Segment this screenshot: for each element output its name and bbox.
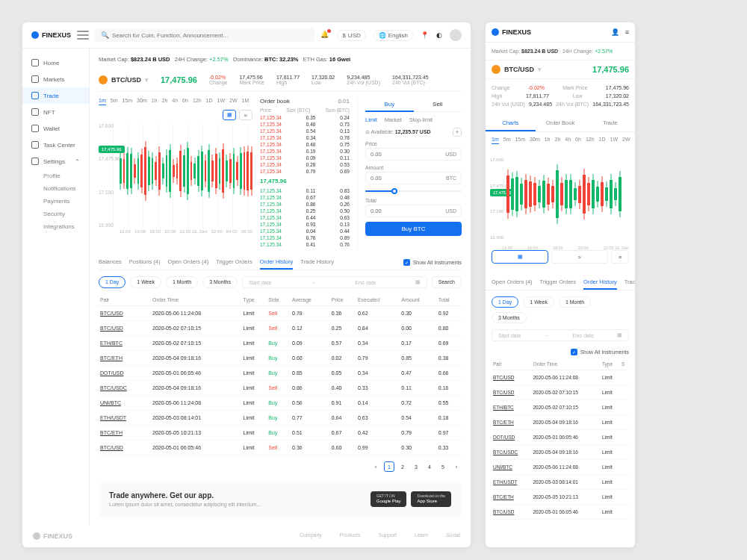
theme-icon[interactable]: ◐ [436, 31, 442, 39]
show-all-checkbox[interactable]: ✓Show All Instruments [403, 255, 462, 270]
table-row[interactable]: ETH/USDT2020-05-03 08:14:01LimitBuy0.770… [99, 411, 462, 426]
page-5[interactable]: 5 [438, 461, 448, 472]
sidebar-sub-payments[interactable]: Payments [22, 195, 89, 208]
filter-3-months[interactable]: 3 Months [492, 312, 527, 323]
orderbook-ask-row[interactable]: 17,125.340.090.11 [260, 155, 350, 161]
tab-balances[interactable]: Balances [99, 255, 122, 270]
timeframe-1M[interactable]: 1M [242, 98, 249, 105]
timeframe-15m[interactable]: 15m [122, 98, 132, 105]
candlestick-chart[interactable]: 17.60017.475.9617.10016.900 17,475.96 [99, 123, 252, 228]
col-price[interactable]: Price [330, 294, 356, 306]
tab-trigger-orders[interactable]: Trigger Orders [216, 255, 252, 270]
sidebar-item-wallet[interactable]: Wallet [22, 120, 89, 137]
google-play-button[interactable]: GET IT ONGoogle Play [371, 491, 407, 506]
tab-trade-history[interactable]: Trade History [300, 255, 334, 270]
timeframe-1m[interactable]: 1m [99, 98, 106, 105]
line-chart-icon[interactable]: ≈ [551, 250, 608, 264]
timeframe-1h[interactable]: 1h [545, 137, 551, 144]
page-4[interactable]: 4 [424, 461, 435, 472]
candle-chart-icon[interactable]: ▦ [223, 110, 236, 120]
tab-limit[interactable]: Limit [365, 116, 377, 123]
table-row[interactable]: BTC/USD2020-05-02 07:10:15LimitSell0.120… [99, 321, 462, 336]
table-row[interactable]: BTC/USD2020-05-02 07:10:15Limit [492, 385, 629, 400]
timeframe-12h[interactable]: 12h [586, 137, 595, 144]
buy-button[interactable]: Buy BTC [365, 222, 462, 236]
filter-1-week[interactable]: 1 Week [130, 276, 161, 288]
timeframe-4h[interactable]: 4h [172, 98, 178, 105]
sidebar-sub-integrations[interactable]: Integrations [22, 220, 89, 233]
language-selector[interactable]: 🌐 English [374, 30, 413, 41]
tab-order-history[interactable]: Order History [260, 255, 294, 270]
prev-page[interactable]: ‹ [371, 461, 381, 472]
table-row[interactable]: BTC/USDC2020-05-04 09:18:16Limit [492, 445, 629, 460]
tab-trade[interactable]: Trade [585, 116, 635, 131]
tab-trigger-orders[interactable]: Trigger Orders [540, 276, 576, 290]
timeframe-1W[interactable]: 1W [610, 137, 619, 144]
table-row[interactable]: ETH/BTC2020-05-02 07:10:15LimitBuy0.090.… [99, 336, 462, 351]
page-1[interactable]: 1 [384, 461, 394, 472]
orderbook-ask-row[interactable]: 17,125.340.480.75 [260, 141, 350, 148]
orderbook-ask-row[interactable]: 17,125.340.340.78 [260, 134, 350, 141]
filter-1-day[interactable]: 1 Day [492, 296, 518, 308]
col-executed[interactable]: Executed [356, 294, 400, 306]
sidebar-item-task-center[interactable]: Task Center [22, 137, 89, 153]
col-type[interactable]: Type [242, 294, 267, 306]
table-row[interactable]: BTC/ETH2020-05-05 10:21:13Limit [492, 490, 629, 505]
timeframe-30m[interactable]: 30m [137, 98, 147, 105]
tab-market[interactable]: Market [385, 116, 402, 123]
orderbook-ask-row[interactable]: 17,125.340.280.53 [260, 161, 350, 168]
avatar[interactable] [450, 29, 462, 41]
timeframe-5m[interactable]: 5m [503, 137, 511, 144]
currency-selector[interactable]: $ USD [337, 30, 365, 41]
tab-sell[interactable]: Sell [414, 98, 462, 112]
filter-1-month[interactable]: 1 Month [166, 276, 198, 288]
timeframe-2h[interactable]: 2h [555, 137, 561, 144]
col-average[interactable]: Average [291, 294, 330, 306]
tab-trade-history[interactable]: Trade History [624, 276, 635, 290]
table-row[interactable]: ETH/USDT2020-05-03 08:14:01Limit [492, 475, 629, 490]
sidebar-sub-security[interactable]: Security [22, 208, 89, 220]
orderbook-bid-row[interactable]: 17,125.340.040.44 [260, 228, 350, 234]
notification-icon[interactable]: 🔔 [320, 31, 329, 40]
table-row[interactable]: BTC/USD2020-05-06 11:24:08LimitSell0.780… [99, 306, 462, 321]
page-3[interactable]: 3 [411, 461, 421, 472]
tab-open-orders--4-[interactable]: Open Orders (4) [492, 276, 533, 290]
orderbook-bid-row[interactable]: 17,125.340.440.63 [260, 214, 350, 221]
sidebar-item-settings[interactable]: Settings⌃ [22, 153, 89, 169]
timeframe-30m[interactable]: 30m [530, 137, 540, 144]
timeframe-1D[interactable]: 1D [206, 98, 213, 105]
user-icon[interactable]: 👤 [611, 28, 619, 36]
menu-icon[interactable]: ≡ [625, 28, 629, 36]
table-row[interactable]: BTC/USD2020-05-06 11:24:08Limit [492, 370, 629, 385]
menu-icon[interactable] [77, 31, 89, 40]
orderbook-bid-row[interactable]: 17,125.340.250.50 [260, 208, 350, 214]
total-input[interactable]: USD [365, 205, 462, 217]
options-icon[interactable]: ≡ [611, 250, 629, 264]
sidebar-item-markets[interactable]: Markets [22, 71, 89, 87]
sidebar-sub-profile[interactable]: Profile [22, 169, 89, 182]
filter-1-day[interactable]: 1 Day [99, 276, 125, 288]
orderbook-ask-row[interactable]: 17,125.340.540.13 [260, 128, 350, 134]
mobile-show-all[interactable]: ✓Show All Instruments [565, 346, 635, 358]
tab-open-orders--4-[interactable]: Open Orders (4) [168, 255, 209, 270]
orderbook-ask-row[interactable]: 17,125.340.790.69 [260, 168, 350, 175]
amount-slider[interactable] [365, 190, 462, 192]
pair-selector[interactable]: BTC/USD▾ [99, 75, 149, 84]
tab-stop-limit[interactable]: Stop-limit [409, 116, 433, 123]
footer-link-support[interactable]: Support [378, 532, 397, 540]
filter-1-week[interactable]: 1 Week [523, 296, 554, 308]
candle-chart-icon[interactable]: ▦ [492, 250, 548, 264]
orderbook-ask-row[interactable]: 17,125.340.350.24 [260, 114, 350, 121]
timeframe-2W[interactable]: 2W [229, 98, 238, 105]
table-row[interactable]: DOT/USD2020-05-01 06:05:46Limit [492, 430, 629, 445]
table-row[interactable]: BTC/ETH2020-05-04 09:18:16LimitBuy0.600.… [99, 351, 462, 366]
date-range-input[interactable]: Start date→End date▦ [242, 276, 427, 288]
col-pair[interactable]: Pair [99, 294, 151, 306]
amount-input[interactable]: BTC [365, 172, 462, 184]
search-button[interactable]: Search [432, 276, 462, 288]
table-row[interactable]: BTC/ETH2020-05-05 10:21:13LimitBuy0.510.… [99, 426, 462, 441]
table-row[interactable]: ETH/BTC2020-05-02 07:10:15Limit [492, 400, 629, 415]
timeframe-1D[interactable]: 1D [599, 137, 606, 144]
footer-link-products[interactable]: Products [340, 532, 361, 540]
line-chart-icon[interactable]: ≈ [239, 110, 252, 120]
